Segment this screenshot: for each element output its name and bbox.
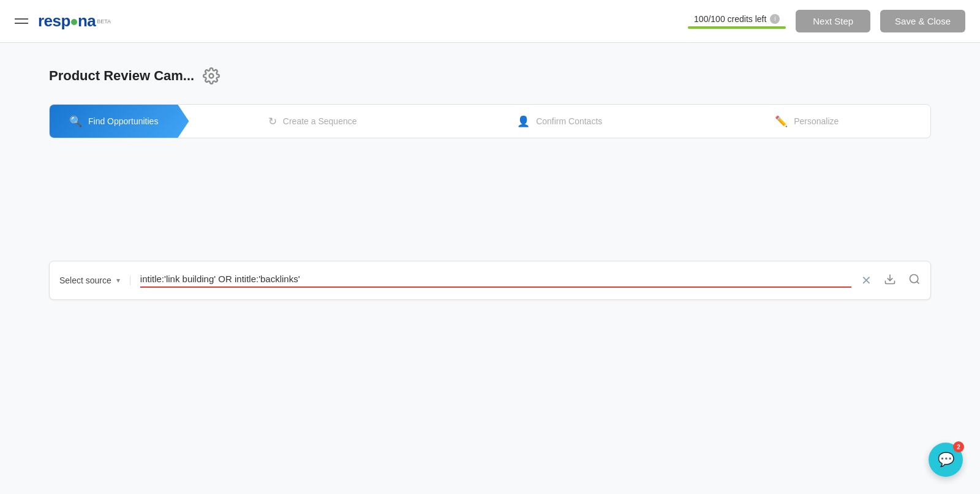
search-actions: ✕ [861,273,921,288]
chat-badge: 2 [953,441,964,452]
svg-point-2 [910,274,918,282]
logo-text: respna [38,12,96,31]
svg-point-0 [209,74,214,78]
source-selector-text: Select source [59,275,111,285]
step-sequence-label: Create a Sequence [283,116,357,126]
search-input[interactable] [140,274,851,288]
progress-bar-wrapper [688,26,786,29]
logo: respna BETA [38,12,111,31]
step-find-opportunities[interactable]: 🔍 Find Opportunities [50,105,189,138]
step-personalize[interactable]: ✏️ Personalize [683,105,930,138]
step-create-sequence[interactable]: ↻ Create a Sequence [189,105,436,138]
hamburger-menu[interactable] [15,18,28,24]
next-step-button[interactable]: Next Step [796,10,870,32]
main-header: respna BETA 100/100 credits left i Next … [0,0,980,43]
save-close-button[interactable]: Save & Close [880,10,965,32]
step-find-label: Find Opportunities [88,116,158,126]
search-input-wrapper [130,274,861,288]
progress-bar-fill [688,26,786,29]
credits-label: 100/100 credits left [694,14,766,24]
chat-bubble[interactable]: 💬 2 [929,443,963,477]
step-confirm-contacts[interactable]: 👤 Confirm Contacts [436,105,684,138]
page-title: Product Review Cam... [49,68,194,84]
sequence-step-icon: ↻ [268,115,277,128]
beta-badge: BETA [97,18,111,24]
svg-line-3 [917,281,919,283]
credits-container: 100/100 credits left i [688,14,786,29]
chevron-down-icon: ▾ [116,276,120,285]
page-title-row: Product Review Cam... [49,67,931,84]
search-step-icon: 🔍 [69,115,82,128]
credits-info-icon[interactable]: i [770,14,780,24]
header-left: respna BETA [15,12,111,31]
source-selector[interactable]: Select source ▾ [59,275,130,285]
credits-text: 100/100 credits left i [694,14,780,24]
step-personalize-label: Personalize [794,116,839,126]
search-icon[interactable] [908,273,921,288]
clear-icon[interactable]: ✕ [861,273,872,288]
download-icon[interactable] [884,273,896,288]
header-right: 100/100 credits left i Next Step Save & … [688,10,965,32]
settings-icon[interactable] [203,67,220,84]
step-contacts-label: Confirm Contacts [536,116,602,126]
main-content: Product Review Cam... 🔍 Find Opportuniti… [0,43,980,324]
chat-icon: 💬 [938,452,954,468]
personalize-step-icon: ✏️ [775,115,788,128]
search-bar-container: Select source ▾ ✕ [49,261,931,300]
contacts-step-icon: 👤 [517,115,530,128]
steps-nav: 🔍 Find Opportunities ↻ Create a Sequence… [49,104,931,138]
